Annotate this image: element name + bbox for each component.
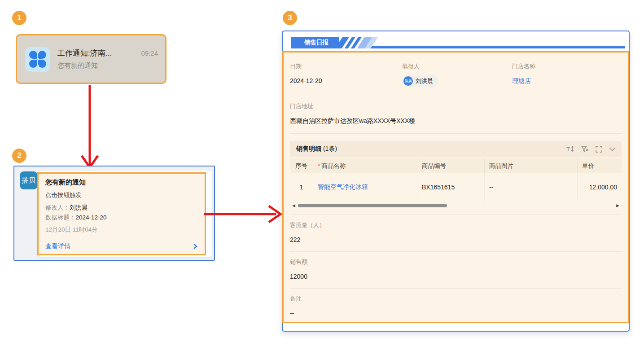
message-timestamp: 12月20日 11时04分 xyxy=(45,226,198,234)
clover-icon xyxy=(29,51,46,68)
chevron-right-icon xyxy=(193,243,198,250)
avatar: 洪晨 xyxy=(403,76,413,86)
message-content[interactable]: 您有新的通知 点击按钮触发 修改人：刘洪晨 数据标题：2024-12-20 12… xyxy=(37,172,206,255)
form-row-top: 日期 2024-12-20 填报人 洪晨 刘洪晨 门店名称 理塘店 xyxy=(290,53,622,95)
filter-icon[interactable] xyxy=(581,146,589,153)
dabei-app-avatar[interactable]: 搭贝 xyxy=(20,171,38,189)
table-row: 1 智能空气净化冰箱 BX1651615 -- 12,000.00 xyxy=(290,173,622,201)
column-unit-price: 单价 xyxy=(578,158,622,173)
product-image-value: -- xyxy=(485,173,578,201)
reporter-member-pill[interactable]: 洪晨 刘洪晨 xyxy=(402,75,438,87)
reporter-name: 刘洪晨 xyxy=(416,77,433,85)
view-detail-link[interactable]: 查看详情 xyxy=(45,242,70,250)
traffic-value: 222 xyxy=(290,236,622,243)
row-index: 1 xyxy=(290,173,313,201)
unit-price-value: 12,000.00 xyxy=(578,173,622,201)
remark-value: -- xyxy=(290,310,622,317)
message-field-modifier: 修改人：刘洪晨 xyxy=(45,203,198,212)
message-title: 您有新的通知 xyxy=(45,178,198,187)
table-horizontal-scrollbar[interactable]: ◀ ▶ xyxy=(290,201,622,210)
step-3-badge: 3 xyxy=(283,11,297,25)
reporter-field: 填报人 洪晨 刘洪晨 xyxy=(402,62,512,87)
column-product-name-text: 商品名称 xyxy=(321,162,346,170)
fullscreen-icon[interactable] xyxy=(596,146,602,153)
sales-amount-label: 销售额 xyxy=(290,258,622,266)
field-value: 2024-12-20 xyxy=(76,214,107,221)
column-index: 序号 xyxy=(290,158,313,173)
store-field: 门店名称 理塘店 xyxy=(512,62,622,87)
product-name-text[interactable]: 智能空气净化冰箱 xyxy=(318,183,368,191)
table-row-count: (1条) xyxy=(323,145,337,152)
scrollbar-thumb[interactable] xyxy=(298,204,447,207)
sales-report-panel: 销售日报 日期 2024-12-20 填报人 洪晨 刘洪晨 xyxy=(282,31,630,332)
product-name-link: 智能空气净化冰箱 xyxy=(313,173,417,201)
report-form: 日期 2024-12-20 填报人 洪晨 刘洪晨 门店名称 理塘店 门店地址 xyxy=(282,51,629,323)
sales-amount-field: 销售额 12000 xyxy=(290,252,622,289)
ribbon-tab: 销售日报 xyxy=(291,37,374,48)
arrow-down xyxy=(76,85,103,175)
table-header-row: 序号 * 商品名称 商品编号 商品图片 单价 xyxy=(290,157,622,173)
column-product-name: * 商品名称 xyxy=(313,158,417,173)
traffic-field: 客流量（人） 222 xyxy=(290,215,622,252)
column-product-code: 商品编号 xyxy=(417,158,485,173)
scroll-left-icon[interactable]: ◀ xyxy=(292,204,295,208)
text-size-icon[interactable]: T xyxy=(566,145,574,153)
panel-title: 销售日报 xyxy=(291,37,339,48)
date-value: 2024-12-20 xyxy=(290,77,402,84)
store-label: 门店名称 xyxy=(512,62,622,70)
remark-field: 备注 -- xyxy=(290,289,622,323)
message-field-data-title: 数据标题：2024-12-20 xyxy=(45,213,198,222)
sales-detail-table: 销售明细 (1条) T xyxy=(290,141,622,210)
push-notification-card[interactable]: 工作通知:济南... 09:24 您有新的通知 xyxy=(16,34,166,84)
field-label: 修改人： xyxy=(45,204,70,211)
field-label: 数据标题： xyxy=(45,214,76,221)
panel-header-ribbon: 销售日报 xyxy=(291,37,625,49)
date-label: 日期 xyxy=(290,62,402,70)
workbench-app-icon xyxy=(25,47,50,72)
notification-time: 09:24 xyxy=(141,49,158,57)
message-body: 点击按钮触发 xyxy=(45,191,198,199)
date-field: 日期 2024-12-20 xyxy=(290,62,402,87)
address-label: 门店地址 xyxy=(290,102,622,110)
table-section-header: 销售明细 (1条) T xyxy=(290,141,622,157)
scroll-right-icon[interactable]: ▶ xyxy=(616,204,619,208)
svg-text:T: T xyxy=(566,146,570,153)
column-product-image: 商品图片 xyxy=(485,158,578,173)
remark-label: 备注 xyxy=(290,295,622,303)
product-code-value: BX1651615 xyxy=(417,173,485,201)
required-marker: * xyxy=(318,162,320,169)
message-footer[interactable]: 查看详情 xyxy=(45,238,198,254)
scrollbar-track[interactable] xyxy=(297,204,614,207)
collapse-icon[interactable] xyxy=(609,147,615,151)
traffic-label: 客流量（人） xyxy=(290,221,622,229)
reporter-label: 填报人 xyxy=(402,62,512,70)
arrow-right xyxy=(203,201,284,227)
table-title: 销售明细 (1条) xyxy=(296,145,337,153)
sales-amount-value: 12000 xyxy=(290,273,622,280)
step-2-badge: 2 xyxy=(12,149,26,163)
canvas: 1 工作通知:济南... 09:24 您有新的通知 2 搭贝 您有新的通知 点击… xyxy=(0,0,644,346)
field-value: 刘洪晨 xyxy=(70,204,88,211)
address-value: 西藏自治区拉萨市达孜区wa路XXXX号XXX楼 xyxy=(290,117,622,125)
notification-title: 工作通知:济南... xyxy=(57,48,112,58)
address-field: 门店地址 西藏自治区拉萨市达孜区wa路XXXX号XXX楼 xyxy=(290,95,622,134)
chat-message-card: 搭贝 您有新的通知 点击按钮触发 修改人：刘洪晨 数据标题：2024-12-20… xyxy=(13,166,215,261)
table-toolbar: T xyxy=(566,145,615,153)
step-1-badge: 1 xyxy=(12,11,26,25)
notification-subtitle: 您有新的通知 xyxy=(57,61,158,70)
notification-text: 工作通知:济南... 09:24 您有新的通知 xyxy=(57,48,158,70)
store-link[interactable]: 理塘店 xyxy=(512,77,622,85)
table-title-text: 销售明细 xyxy=(296,145,321,152)
